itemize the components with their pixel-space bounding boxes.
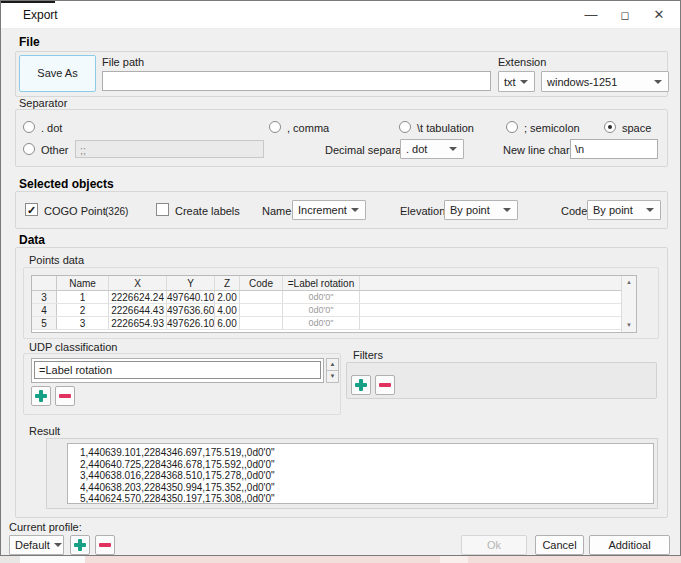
table-row[interactable]: 5 3 2226654.93 497626.10 6.00 0d0'0" xyxy=(32,317,636,330)
udp-list[interactable]: =Label rotation xyxy=(31,358,324,383)
encoding-select[interactable]: windows-1251 xyxy=(541,71,669,92)
plus-icon xyxy=(355,379,367,391)
filters-add-button[interactable] xyxy=(351,375,371,395)
name-value: Increment xyxy=(298,204,347,216)
code-value: By point xyxy=(593,204,633,216)
encoding-value: windows-1251 xyxy=(547,76,617,88)
profile-add-button[interactable] xyxy=(70,535,90,555)
background-app-strip xyxy=(0,556,20,563)
result-group-label: Result xyxy=(29,425,60,437)
radio-space[interactable] xyxy=(604,121,616,133)
col-name[interactable]: Name xyxy=(57,276,109,290)
result-line: 1,440639.101,2284346.697,175.519,,0d0'0" xyxy=(80,447,653,459)
elevation-select[interactable]: By point xyxy=(444,200,518,220)
chevron-down-icon xyxy=(503,208,511,212)
radio-dot-label: . dot xyxy=(41,122,62,134)
scroll-down-icon[interactable]: ▼ xyxy=(622,319,636,332)
extension-label: Extension xyxy=(498,56,546,68)
radio-comma-label: , comma xyxy=(287,122,329,134)
points-table-header: Name X Y Z Code =Label rotation xyxy=(32,276,636,291)
other-separator-input[interactable]: ;; xyxy=(75,140,264,158)
maximize-icon[interactable]: ◻ xyxy=(608,1,642,29)
chevron-down-icon xyxy=(646,208,654,212)
name-label: Name xyxy=(262,205,291,217)
col-x[interactable]: X xyxy=(109,276,167,290)
radio-semicolon[interactable] xyxy=(506,121,518,133)
result-line: 5,440624.570,2284350.197,175.308,,0d0'0" xyxy=(80,493,653,504)
window-title: Export xyxy=(23,8,58,22)
udp-group-label: UDP classification xyxy=(29,341,117,353)
elevation-value: By point xyxy=(450,204,490,216)
cogo-point-checkbox[interactable]: ✓ xyxy=(25,203,38,216)
table-row[interactable]: 4 2 2226644.43 497636.60 4.00 0d0'0" xyxy=(32,304,636,317)
create-labels-label: Create labels xyxy=(175,205,240,217)
profile-value: Default xyxy=(15,539,50,551)
udp-remove-button[interactable] xyxy=(55,386,75,406)
scroll-up-icon[interactable]: ▲ xyxy=(622,276,636,289)
udp-add-button[interactable] xyxy=(31,386,51,406)
points-data-group-label: Points data xyxy=(29,254,84,266)
chevron-down-icon xyxy=(449,147,457,151)
selected-objects-section-label: Selected objects xyxy=(19,177,114,191)
file-section-label: File xyxy=(19,35,40,49)
result-line: 2,440640.725,2284346.678,175.592,,0d0'0" xyxy=(80,459,653,471)
points-table: Name X Y Z Code =Label rotation 3 1 2226… xyxy=(31,275,637,333)
background-app-tab xyxy=(20,556,85,563)
screen: Export — ◻ ✕ File Save As File path Exte… xyxy=(0,0,681,563)
col-code[interactable]: Code xyxy=(240,276,283,290)
code-select[interactable]: By point xyxy=(587,200,661,220)
cancel-button[interactable]: Cancel xyxy=(535,535,584,555)
minus-icon xyxy=(379,383,391,387)
cogo-point-count: (326) xyxy=(105,206,128,217)
radio-space-label: space xyxy=(622,122,651,134)
radio-tabulation-label: \t tabulation xyxy=(417,122,474,134)
filters-group-label: Filters xyxy=(353,349,383,361)
extension-select[interactable]: txt xyxy=(498,71,535,92)
table-scrollbar[interactable]: ▲ ▼ xyxy=(621,276,636,332)
profile-select[interactable]: Default xyxy=(9,535,64,555)
export-dialog: Export — ◻ ✕ File Save As File path Exte… xyxy=(0,0,681,556)
col-z[interactable]: Z xyxy=(215,276,240,290)
udp-list-item[interactable]: =Label rotation xyxy=(34,361,321,379)
chevron-down-icon xyxy=(520,80,528,84)
chevron-down-icon xyxy=(654,80,662,84)
additional-options-button[interactable]: Additioal Options xyxy=(589,535,670,555)
col-y[interactable]: Y xyxy=(167,276,215,290)
background-app-strip xyxy=(468,556,681,563)
close-icon[interactable]: ✕ xyxy=(642,1,676,29)
radio-other-label: Other xyxy=(41,144,69,156)
file-path-input[interactable] xyxy=(102,71,491,91)
col-label-rotation[interactable]: =Label rotation xyxy=(283,276,360,290)
radio-semicolon-label: ; semicolon xyxy=(524,122,580,134)
udp-scroll-down-icon[interactable]: ▼ xyxy=(326,370,339,383)
data-section-label: Data xyxy=(19,233,45,247)
extension-value: txt xyxy=(504,76,516,88)
decimal-separator-select[interactable]: . dot xyxy=(400,139,464,159)
decimal-separator-value: . dot xyxy=(406,143,427,155)
code-label: Code xyxy=(561,205,587,217)
radio-tabulation[interactable] xyxy=(399,121,411,133)
radio-comma[interactable] xyxy=(269,121,281,133)
profile-remove-button[interactable] xyxy=(95,535,115,555)
radio-dot[interactable] xyxy=(23,121,35,133)
minimize-icon[interactable]: — xyxy=(574,1,608,29)
separator-group-label: Separator xyxy=(19,97,67,109)
filters-remove-button[interactable] xyxy=(375,375,395,395)
background-app-strip xyxy=(85,556,440,563)
create-labels-checkbox[interactable] xyxy=(156,203,169,216)
radio-other[interactable] xyxy=(23,143,35,155)
minus-icon xyxy=(59,394,71,398)
titlebar: Export — ◻ ✕ xyxy=(1,1,680,29)
cogo-point-label: COGO Point xyxy=(44,205,106,217)
plus-icon xyxy=(74,539,86,551)
elevation-label: Elevation xyxy=(400,205,445,217)
result-textarea[interactable]: 1,440639.101,2284346.697,175.519,,0d0'0"… xyxy=(67,443,654,504)
table-row[interactable]: 3 1 2226624.24 497640.10 2.00 0d0'0" xyxy=(32,291,636,304)
plus-icon xyxy=(35,390,47,402)
window-edge-artifact xyxy=(1,1,55,3)
name-select[interactable]: Increment xyxy=(292,200,366,220)
result-line: 3,440638.016,2284368.510,175.278,,0d0'0" xyxy=(80,470,653,482)
new-line-char-input[interactable]: \n xyxy=(570,139,658,159)
save-as-button[interactable]: Save As xyxy=(19,55,96,92)
ok-button[interactable]: Ok xyxy=(461,535,527,555)
